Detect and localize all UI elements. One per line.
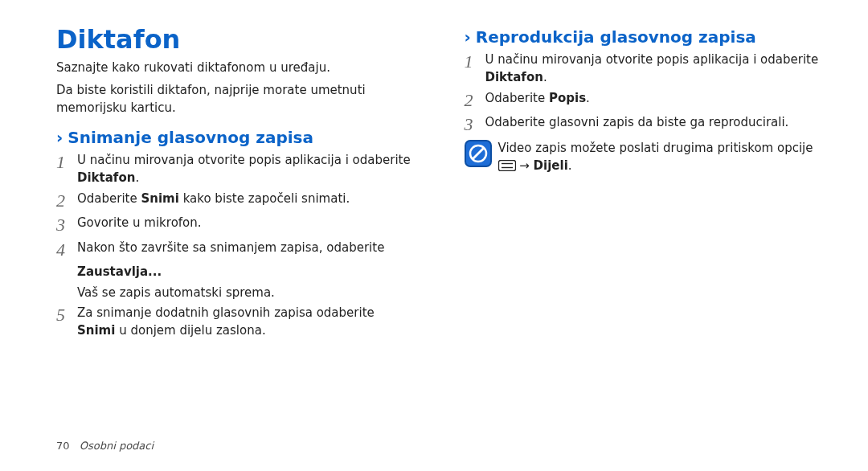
right-column: ›Reprodukcija glasovnog zapisa 1 U način… <box>465 24 825 426</box>
step-number-3: 3 <box>56 215 77 236</box>
step-1-lead: U načinu mirovanja otvorite popis aplika… <box>77 153 411 167</box>
step-r2-text: Odaberite Popis. <box>485 90 825 108</box>
step-number-r1: 1 <box>465 51 485 72</box>
step-r1-text: U načinu mirovanja otvorite popis aplika… <box>485 51 825 87</box>
step-2-text: Odaberite Snimi kako biste započeli snim… <box>77 190 416 208</box>
subheading-play-text: Reprodukcija glasovnog zapisa <box>476 27 756 47</box>
step-5-bold: Snimi <box>77 323 115 338</box>
note-arrow: → <box>516 158 534 173</box>
subheading-play: ›Reprodukcija glasovnog zapisa <box>465 27 825 47</box>
intro-paragraph-1: Saznajte kako rukovati diktafonom u uređ… <box>56 59 416 77</box>
step-5-post: u donjem dijelu zaslona. <box>115 323 265 338</box>
step-4-lead: Nakon što završite sa snimanjem zapisa, … <box>77 240 384 255</box>
step-number-1: 1 <box>56 152 77 173</box>
page-footer: 70 Osobni podaci <box>56 440 154 452</box>
step-4-text: Nakon što završite sa snimanjem zapisa, … <box>77 240 416 257</box>
step-4-aux: Vaš se zapis automatski sprema. <box>77 285 416 302</box>
step-3: 3 Govorite u mikrofon. <box>56 215 416 236</box>
intro-paragraph-2: Da biste koristili diktafon, najprije mo… <box>56 82 416 117</box>
step-number-r3: 3 <box>465 114 485 135</box>
left-column: Diktafon Saznajte kako rukovati diktafon… <box>56 24 416 426</box>
step-r3: 3 Odaberite glasovni zapis da biste ga r… <box>465 114 825 135</box>
step-5: 5 Za snimanje dodatnih glasovnih zapisa … <box>56 305 416 340</box>
svg-rect-3 <box>498 161 515 171</box>
note-dot: . <box>568 158 572 173</box>
step-4: 4 Nakon što završite sa snimanjem zapisa… <box>56 240 416 260</box>
note-share-text: Video zapis možete poslati drugima priti… <box>498 140 813 175</box>
chevron-right-icon: › <box>465 27 471 47</box>
subheading-record-text: Snimanje glasovnog zapisa <box>68 128 313 147</box>
step-1-text: U načinu mirovanja otvorite popis aplika… <box>77 152 416 187</box>
section-title: Diktafon <box>56 24 416 55</box>
note-line1: Video zapis možete poslati drugima priti… <box>498 141 813 155</box>
note-share: Video zapis možete poslati drugima priti… <box>465 140 825 175</box>
footer-section: Osobni podaci <box>80 440 154 452</box>
subheading-record: ›Snimanje glasovnog zapisa <box>56 128 416 147</box>
step-2: 2 Odaberite Snimi kako biste započeli sn… <box>56 190 416 211</box>
step-number-r2: 2 <box>465 90 485 111</box>
step-number-4: 4 <box>56 240 77 260</box>
chevron-right-icon: › <box>56 128 63 147</box>
step-1: 1 U načinu mirovanja otvorite popis apli… <box>56 152 416 187</box>
step-1-bold: Diktafon <box>77 170 135 185</box>
step-2-bold: Snimi <box>141 191 178 206</box>
info-icon <box>465 140 492 167</box>
step-r1-bold: Diktafon <box>485 70 543 84</box>
step-3-text: Govorite u mikrofon. <box>77 215 416 232</box>
step-number-2: 2 <box>56 190 77 211</box>
step-2-post: kako biste započeli snimati. <box>179 191 350 206</box>
note-bold: Dijeli <box>534 158 568 173</box>
menu-button-icon <box>498 158 516 175</box>
step-r1-lead: U načinu mirovanja otvorite popis aplika… <box>485 52 819 67</box>
step-r1-dot: . <box>543 70 547 84</box>
step-r1: 1 U načinu mirovanja otvorite popis apli… <box>465 51 825 87</box>
step-2-pre: Odaberite <box>77 191 141 206</box>
step-r2: 2 Odaberite Popis. <box>465 90 825 111</box>
step-5-pre: Za snimanje dodatnih glasovnih zapisa od… <box>77 305 375 320</box>
step-r2-pre: Odaberite <box>485 91 549 105</box>
step-4-bold: Zaustavlja... <box>77 264 416 281</box>
page-number: 70 <box>56 440 70 452</box>
step-5-text: Za snimanje dodatnih glasovnih zapisa od… <box>77 305 416 340</box>
step-r3-text: Odaberite glasovni zapis da biste ga rep… <box>485 114 825 132</box>
step-r2-post: . <box>586 91 590 105</box>
step-number-5: 5 <box>56 305 77 326</box>
step-1-dot: . <box>135 170 139 185</box>
page-canvas: Diktafon Saznajte kako rukovati diktafon… <box>0 0 868 426</box>
step-r2-bold: Popis <box>549 91 586 105</box>
